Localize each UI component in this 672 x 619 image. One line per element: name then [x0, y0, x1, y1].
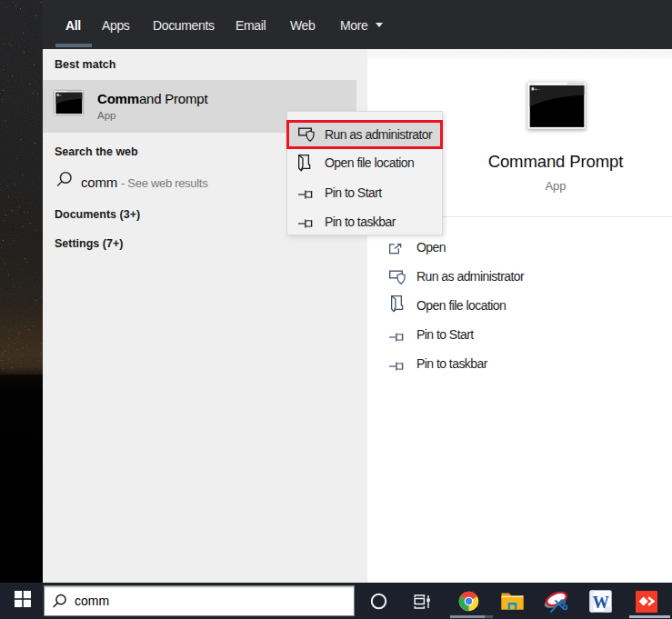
svg-text:W: W: [593, 594, 609, 612]
